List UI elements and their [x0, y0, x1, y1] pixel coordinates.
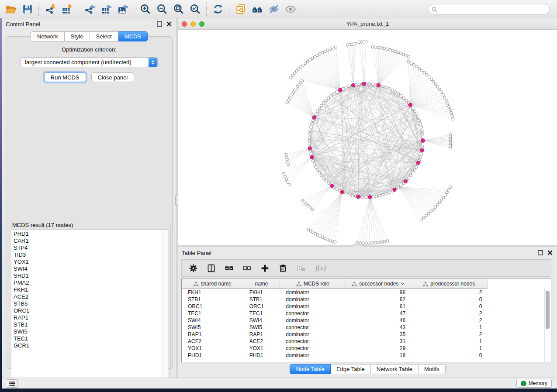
- cell-MCDS-role[interactable]: connector: [280, 338, 346, 345]
- table-row[interactable]: YOX1YOX1connector291: [182, 345, 488, 352]
- export-table-button[interactable]: [98, 2, 114, 17]
- cell-successor-nodes[interactable]: 61: [346, 303, 411, 310]
- table-row[interactable]: SWI5SWI5connector431: [182, 324, 488, 331]
- column-header-name[interactable]: name: [243, 279, 280, 289]
- cell-name[interactable]: ACE2: [243, 338, 280, 345]
- mcds-result-item[interactable]: SWI4: [14, 265, 168, 272]
- cell-successor-nodes[interactable]: 29: [346, 345, 411, 352]
- mcds-result-item[interactable]: ORC1: [14, 307, 168, 314]
- zoom-in-button[interactable]: [137, 2, 154, 17]
- table-row[interactable]: ACE2ACE2connector311: [182, 338, 488, 345]
- mcds-result-item[interactable]: STP4: [14, 244, 168, 251]
- zoom-window-icon[interactable]: [199, 21, 204, 27]
- float-table-panel-icon[interactable]: [537, 249, 544, 256]
- tab-node-table[interactable]: Node Table: [290, 364, 331, 374]
- add-column-button[interactable]: [259, 263, 270, 273]
- cell-predecessor-nodes[interactable]: 2: [411, 289, 487, 296]
- mcds-result-item[interactable]: SRD1: [14, 272, 168, 279]
- cell-MCDS-role[interactable]: dominator: [280, 317, 346, 324]
- network-graph[interactable]: [178, 30, 557, 245]
- optimization-criterion-select[interactable]: largest connected component (undirected): [21, 57, 158, 67]
- zoom-selected-button[interactable]: [187, 2, 204, 17]
- cell-predecessor-nodes[interactable]: 2: [411, 317, 487, 324]
- memory-button[interactable]: Memory: [516, 379, 552, 388]
- mcds-result-item[interactable]: YOX1: [14, 258, 168, 265]
- refresh-view-button[interactable]: [210, 2, 226, 17]
- mcds-result-item[interactable]: FKH1: [14, 286, 168, 293]
- select-all-rows-button[interactable]: [224, 263, 234, 273]
- minimize-window-icon[interactable]: [190, 21, 196, 27]
- cell-MCDS-role[interactable]: connector: [280, 324, 346, 331]
- cell-MCDS-role[interactable]: connector: [280, 345, 346, 352]
- hide-selected-button[interactable]: [266, 2, 282, 17]
- mcds-result-item[interactable]: PHD1: [14, 230, 168, 237]
- cell-predecessor-nodes[interactable]: 1: [411, 324, 487, 331]
- cell-successor-nodes[interactable]: 96: [346, 289, 411, 296]
- cell-successor-nodes[interactable]: 46: [346, 317, 411, 324]
- tab-select[interactable]: Select: [90, 31, 118, 41]
- cell-predecessor-nodes[interactable]: 1: [411, 338, 487, 345]
- cell-shared-name[interactable]: SWI4: [182, 317, 243, 324]
- show-all-button[interactable]: [282, 2, 299, 17]
- cell-predecessor-nodes[interactable]: 1: [411, 345, 487, 352]
- mcds-result-item[interactable]: TEC1: [14, 335, 168, 342]
- float-panel-icon[interactable]: [156, 21, 163, 28]
- close-panel-button[interactable]: Close panel: [91, 72, 135, 82]
- cell-shared-name[interactable]: ACE2: [182, 338, 243, 345]
- mcds-result-item[interactable]: TID3: [14, 251, 168, 258]
- tab-network-table[interactable]: Network Table: [371, 364, 419, 374]
- cell-predecessor-nodes[interactable]: 2: [411, 310, 487, 317]
- first-neighbors-button[interactable]: [249, 2, 266, 17]
- table-row[interactable]: PHD1PHD1dominator180: [182, 352, 488, 359]
- result-list-scrollbar[interactable]: [163, 230, 168, 382]
- tab-edge-table[interactable]: Edge Table: [331, 364, 371, 374]
- column-header-successor-nodes[interactable]: successor nodes: [346, 279, 411, 289]
- column-header-predecessor-nodes[interactable]: predecessor nodes: [411, 279, 487, 289]
- run-mcds-button[interactable]: Run MCDS: [44, 72, 86, 82]
- mcds-result-item[interactable]: SWI5: [14, 328, 168, 335]
- cell-name[interactable]: FKH1: [243, 289, 280, 296]
- table-scrollbar[interactable]: [544, 288, 551, 362]
- cell-name[interactable]: YOX1: [243, 345, 280, 352]
- cell-name[interactable]: PHD1: [243, 352, 280, 359]
- table-row[interactable]: RAP1RAP1dominator352: [182, 331, 488, 338]
- cell-MCDS-role[interactable]: dominator: [280, 296, 346, 303]
- cell-successor-nodes[interactable]: 35: [346, 331, 411, 338]
- cell-successor-nodes[interactable]: 43: [346, 324, 411, 331]
- cell-shared-name[interactable]: YOX1: [182, 345, 243, 352]
- mcds-result-item[interactable]: CAR1: [14, 237, 168, 244]
- tab-mcds[interactable]: MCDS: [118, 31, 148, 41]
- close-table-panel-icon[interactable]: [547, 249, 554, 256]
- cell-name[interactable]: STB1: [243, 296, 280, 303]
- table-row[interactable]: ORC1ORC1dominator610: [182, 303, 488, 310]
- cell-shared-name[interactable]: RAP1: [182, 331, 243, 338]
- table-settings-button[interactable]: [188, 263, 198, 273]
- column-header-shared-name[interactable]: shared name: [182, 279, 243, 289]
- cell-MCDS-role[interactable]: dominator: [280, 289, 346, 296]
- close-panel-icon[interactable]: [166, 21, 173, 28]
- save-session-button[interactable]: [19, 2, 36, 17]
- cell-predecessor-nodes[interactable]: 2: [411, 331, 487, 338]
- mcds-result-item[interactable]: STB1: [14, 321, 168, 328]
- table-scrollbar-thumb[interactable]: [546, 291, 550, 329]
- network-canvas[interactable]: [178, 30, 557, 245]
- cell-shared-name[interactable]: SWI5: [182, 324, 243, 331]
- show-columns-button[interactable]: [206, 263, 216, 273]
- cell-predecessor-nodes[interactable]: 0: [411, 352, 487, 359]
- cell-successor-nodes[interactable]: 47: [346, 310, 411, 317]
- deselect-all-rows-button[interactable]: [242, 263, 252, 273]
- cell-predecessor-nodes[interactable]: 0: [411, 303, 487, 310]
- export-network-button[interactable]: [81, 2, 98, 17]
- import-network-button[interactable]: [42, 2, 59, 17]
- mcds-result-item[interactable]: ACE2: [14, 293, 168, 300]
- cell-successor-nodes[interactable]: 31: [346, 338, 411, 345]
- tab-network[interactable]: Network: [31, 31, 65, 41]
- cell-MCDS-role[interactable]: dominator: [280, 303, 346, 310]
- mcds-result-item[interactable]: GCR1: [14, 342, 168, 349]
- cell-name[interactable]: ORC1: [243, 303, 280, 310]
- column-header-MCDS-role[interactable]: MCDS role: [280, 279, 346, 289]
- import-table-button[interactable]: [59, 2, 75, 17]
- cell-shared-name[interactable]: FKH1: [182, 289, 243, 296]
- mcds-result-item[interactable]: PMA2: [14, 279, 168, 286]
- table-row[interactable]: FKH1FKH1dominator962: [182, 289, 488, 296]
